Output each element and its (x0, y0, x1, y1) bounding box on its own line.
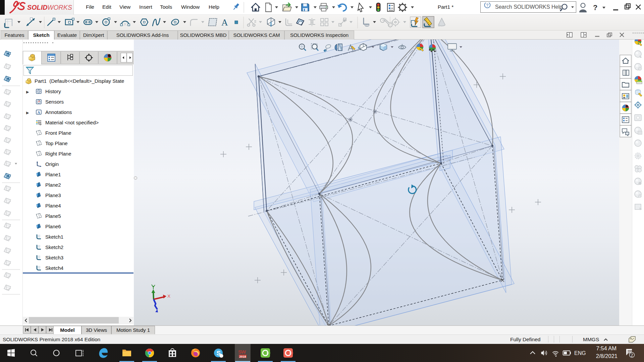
svg-text:SOLID: SOLID (27, 4, 48, 11)
svg-text:2/8/2021: 2/8/2021 (596, 353, 618, 359)
svg-text:?: ? (593, 3, 597, 12)
svg-text:WORKS: WORKS (47, 4, 72, 11)
svg-text:X: X (167, 294, 170, 299)
svg-text:ENG: ENG (574, 350, 586, 356)
svg-text:7:54 AM: 7:54 AM (596, 345, 616, 351)
svg-text:2018: 2018 (239, 355, 246, 358)
svg-text:A: A (221, 17, 228, 27)
svg-text:2: 2 (631, 353, 633, 358)
svg-text:?: ? (486, 3, 489, 8)
svg-text:SW: SW (238, 349, 246, 355)
svg-text:A: A (38, 110, 40, 114)
